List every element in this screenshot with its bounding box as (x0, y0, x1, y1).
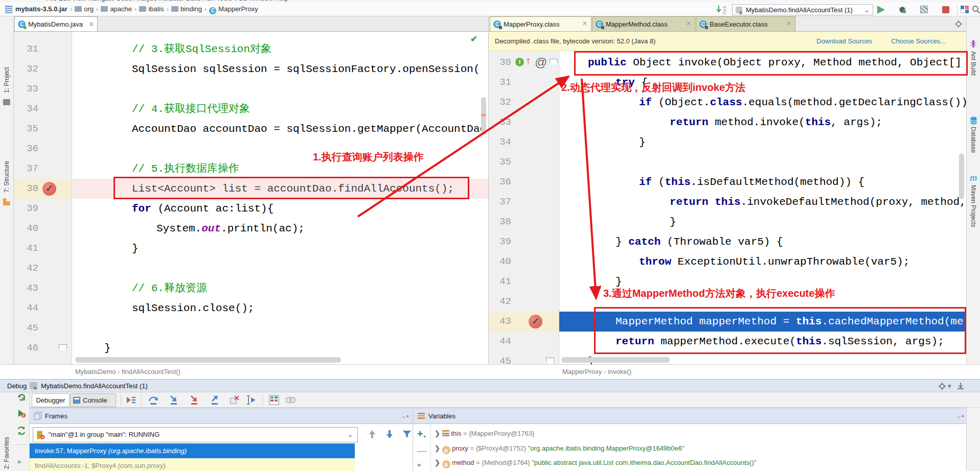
code-line-32[interactable]: if (Object.class.equals(method.getDeclar… (639, 92, 966, 112)
show-execution-point-icon[interactable] (126, 395, 136, 405)
choose-sources-link[interactable]: Choose Sources... (891, 37, 946, 45)
thread-dropdown[interactable]: "main"@1 in group "main": RUNNING ⌄ (33, 427, 358, 442)
more-icon[interactable]: » (417, 461, 421, 468)
close-icon[interactable]: ✕ (582, 21, 587, 26)
right-editor-breadcrumb[interactable]: MapperProxy › invoke() (489, 364, 966, 379)
more-actions-icon[interactable]: » (17, 458, 21, 465)
step-into-icon[interactable] (169, 395, 179, 405)
tab-debugger[interactable]: Debugger (32, 393, 70, 407)
remove-watch-icon[interactable]: — (417, 445, 426, 456)
tab-mapperproxy-class[interactable]: CMapperProxy.class✕ (490, 16, 591, 31)
force-step-into-icon[interactable] (189, 395, 199, 405)
restore-layout-button[interactable] (961, 6, 969, 13)
breadcrumb-class[interactable]: MapperProxy (562, 368, 602, 375)
code-line-35[interactable]: AccountDao accountDao = sqlSession.getMa… (132, 119, 488, 139)
sort-icon[interactable]: 011001 (716, 5, 729, 14)
download-sources-link[interactable]: Download Sources (816, 37, 872, 45)
frame-row[interactable]: findAllAccounts:-1, $Proxy4 (com.sun.pro… (30, 458, 355, 471)
frame-up-icon[interactable] (367, 429, 377, 439)
tab-settings-icon[interactable] (955, 20, 962, 28)
variable-row[interactable]: ❯ p method = {Method@1764} "public abstr… (435, 455, 756, 470)
code-line-32[interactable]: SqlSession sqlSession = sqlSessionFactor… (132, 59, 480, 79)
tab-console[interactable]: Console →▪ (70, 393, 116, 407)
maven-icon: m (970, 174, 977, 183)
breadcrumb-class[interactable]: MapperProxy (216, 5, 258, 13)
tab-mybatisdemo-java[interactable]: C MybatisDemo.java ✕ (14, 16, 98, 31)
gear-dropdown-arrow[interactable]: ▾ (948, 382, 951, 390)
code-line-37[interactable]: return this.invokeDefaultMethod(proxy, m… (670, 192, 966, 212)
breadcrumb-method[interactable]: invoke() (608, 368, 631, 375)
tab-baseexecutor-class[interactable]: CBaseExecutor.class✕ (696, 16, 795, 31)
add-watch-icon[interactable]: +. (417, 428, 426, 440)
code-line-44[interactable]: sqlSession.close(); (132, 298, 254, 318)
breadcrumb-folder[interactable]: ibatis (146, 5, 164, 13)
close-icon[interactable]: ✕ (89, 20, 95, 28)
variables-pin-icon[interactable]: →▪ (955, 412, 964, 420)
frames-pin-icon[interactable]: →▪ (400, 412, 409, 420)
frame-row[interactable]: invoke:57, MapperProxy (org.apache.ibati… (30, 443, 355, 458)
code-line-39[interactable]: for (Account ac:list){ (132, 199, 274, 219)
evaluate-expression-icon[interactable] (269, 395, 279, 405)
debug-window-header[interactable]: Debug MybatisDemo.findAllAccountTest (1)… (0, 379, 980, 392)
left-editor-breadcrumb[interactable]: MybatisDemo › findAllAccountTest() (14, 364, 488, 379)
variable-row[interactable]: ❯ this = {MapperProxy@1763} (435, 426, 534, 441)
run-config-select[interactable]: MybatisDemo.findAllAccountTest (1) ⌄ (732, 4, 873, 15)
breadcrumb[interactable]: mybatis-3.5.0.jar›org›apache›ibatis›bind… (15, 3, 258, 16)
search-icon[interactable] (972, 5, 980, 14)
close-icon[interactable]: ✕ (686, 21, 691, 26)
drop-frame-icon[interactable] (229, 395, 239, 405)
code-line-40[interactable]: System.out.println(ac); (156, 219, 305, 239)
tool-button-project[interactable]: 1: Project (3, 67, 10, 93)
code-line-31[interactable]: // 3.获取SqlSession对象 (132, 39, 271, 59)
breakpoint-icon[interactable]: ✓ (42, 182, 56, 196)
close-icon[interactable]: ✕ (786, 21, 791, 26)
run-button[interactable] (877, 6, 885, 14)
code-line-33[interactable]: return method.invoke(this, args); (670, 112, 882, 132)
right-vscrollbar[interactable] (959, 153, 964, 199)
breakpoint-icon[interactable]: ✓ (529, 315, 542, 328)
right-hscrollbar[interactable] (561, 357, 670, 363)
hide-icon[interactable] (957, 383, 964, 390)
breadcrumb-class[interactable]: MybatisDemo (75, 368, 116, 375)
code-line-41[interactable]: } (132, 239, 139, 258)
code-line-43[interactable]: // 6.释放资源 (132, 278, 207, 298)
breadcrumb-archive[interactable]: mybatis-3.5.0.jar (15, 5, 67, 13)
code-line-34[interactable]: } (639, 132, 646, 152)
tool-button-database[interactable]: Database (970, 127, 977, 153)
restore-frame-button[interactable] (17, 426, 26, 435)
tool-button-favorites[interactable]: 2: Favorites (3, 437, 10, 469)
frame-down-icon[interactable] (384, 429, 395, 439)
implement-marker-icon[interactable]: I (515, 58, 524, 66)
code-line-37[interactable]: // 5.执行数据库操作 (132, 159, 239, 179)
code-line-38[interactable]: } (670, 212, 676, 232)
tool-button-maven[interactable]: Maven Projects (970, 185, 977, 227)
tool-button-ant[interactable]: Ant Build (970, 51, 977, 76)
gear-icon[interactable] (939, 383, 946, 390)
variable-row[interactable]: ❯ p proxy = {$Proxy4@1752} "org.apache.i… (435, 441, 685, 456)
code-line-36[interactable]: if (this.isDefaultMethod(method)) { (639, 172, 864, 192)
code-line-34[interactable]: // 4.获取接口代理对象 (132, 99, 250, 119)
code-line-39[interactable]: } catch (Throwable var5) { (616, 232, 783, 252)
breadcrumb-method[interactable]: findAllAccountTest() (122, 368, 180, 375)
mute-breakpoints-icon[interactable] (285, 395, 295, 405)
breadcrumb-folder[interactable]: org (82, 5, 94, 13)
step-over-icon[interactable] (148, 395, 158, 405)
tool-button-structure[interactable]: 7: Structure (3, 161, 10, 193)
rerun-button[interactable] (17, 393, 26, 402)
debug-button[interactable] (898, 6, 906, 13)
run-to-cursor-icon[interactable] (246, 395, 257, 405)
project-icon (3, 99, 10, 105)
coverage-button[interactable] (920, 6, 928, 13)
breadcrumb-folder[interactable]: binding (178, 5, 202, 13)
stop-button[interactable] (942, 6, 949, 13)
navigation-bar: mybatis-3.5.0.jar›org›apache›ibatis›bind… (0, 3, 980, 16)
left-hscrollbar[interactable] (75, 357, 341, 363)
step-out-icon[interactable] (210, 395, 220, 405)
tab-mappermethod-class[interactable]: CMapperMethod.class✕ (592, 16, 695, 31)
resume-button[interactable]: ! (17, 409, 26, 418)
filter-icon[interactable] (402, 429, 412, 439)
code-line-46[interactable]: } (104, 338, 111, 358)
line-number: 36 (494, 176, 511, 187)
breadcrumb-folder[interactable]: apache (108, 5, 132, 13)
code-line-40[interactable]: throw ExceptionUtil.unwrapThrowable(var5… (639, 252, 909, 272)
